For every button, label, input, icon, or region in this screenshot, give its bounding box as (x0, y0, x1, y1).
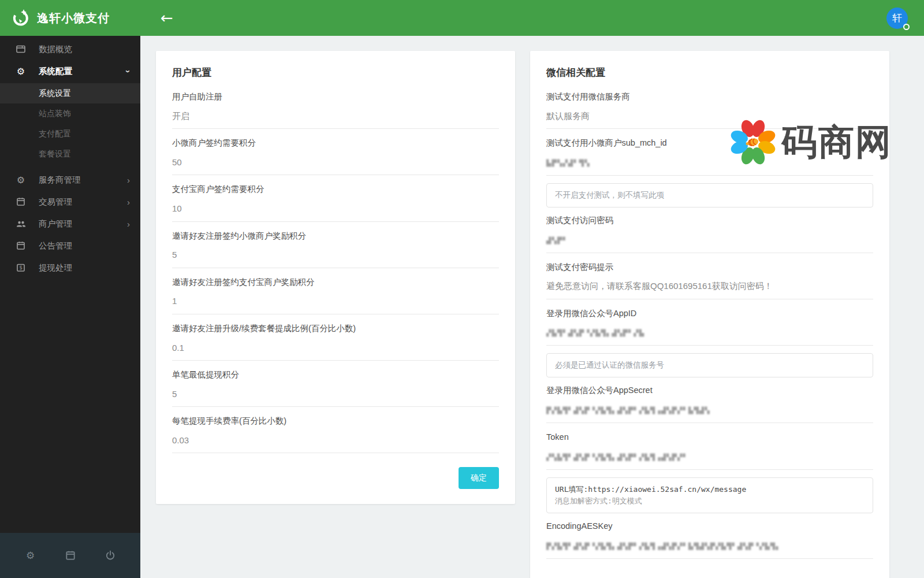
form-field-invite-alipay-reward: 邀请好友注册签约支付宝商户奖励积分 1 (172, 277, 499, 314)
main-content: 用户配置 用户自助注册 开启 小微商户签约需要积分 50 支付宝商户签约需要积分… (140, 36, 924, 578)
sidebar-item-withdrawal-processing[interactable]: $ 提现处理 (0, 257, 140, 279)
field-label: 测试支付访问密码 (546, 216, 873, 225)
form-field-token: Token ▞▚▙▜▘▟▚▛▝▞▙▜▖▟▚▛▘▞▙▜▗▟▚▛▞▘ URL填写:h… (546, 432, 873, 513)
form-field-password-hint: 测试支付密码提示 避免恶意访问，请联系客服QQ1601695161获取访问密码！ (546, 262, 873, 299)
appsecret-input[interactable]: ▛▞▙▜▘▟▚▛▝▞▙▜▖▟▚▛▘▞▙▜▗▟▚▛▞▘▙▜▟▚ (546, 405, 873, 423)
field-label: 单笔最低提现积分 (172, 370, 499, 380)
token-url-line: URL填写:https://xiaowei.52saf.cn/wx/messag… (555, 484, 865, 495)
app-header: 逸轩小微支付 ← 轩 (0, 0, 924, 36)
online-status-badge (903, 24, 910, 30)
form-field-invite-micro-reward: 邀请好友注册签约小微商户奖励积分 5 (172, 231, 499, 268)
field-label: EncodingAESKey (546, 521, 873, 531)
calendar-icon (15, 196, 27, 208)
chevron-right-icon: › (127, 219, 130, 229)
field-label: 测试支付用小微商户sub_mch_id (546, 138, 873, 148)
field-label: 测试支付密码提示 (546, 262, 873, 272)
appid-hint-input[interactable]: 必须是已通过认证的微信服务号 (546, 353, 873, 377)
alipay-sign-points-input[interactable]: 10 (172, 204, 499, 222)
sidebar-item-system-config[interactable]: ⚙ 系统配置 › (0, 60, 140, 82)
form-field-min-withdraw-points: 单笔最低提现积分 5 (172, 370, 499, 407)
token-input[interactable]: ▞▚▙▜▘▟▚▛▝▞▙▜▖▟▚▛▘▞▙▜▗▟▚▛▞▘ (546, 452, 873, 470)
sidebar-item-label: 数据概览 (39, 44, 72, 55)
dashboard-icon (15, 43, 27, 55)
password-hint-input[interactable]: 避免恶意访问，请联系客服QQ1601695161获取访问密码！ (546, 281, 873, 299)
form-field-encoding-aeskey: EncodingAESKey ▛▞▙▜▘▟▚▛▝▞▙▜▖▟▚▛▘▞▙▜▗▟▚▛▞… (546, 521, 873, 559)
redacted-value: ▙▛▚▞▟▘▜▚ (546, 160, 590, 167)
field-label: 支付宝商户签约需要积分 (172, 184, 499, 194)
field-label: 每笔提现手续费率(百分比小数) (172, 416, 499, 426)
field-label: 小微商户签约需要积分 (172, 138, 499, 148)
brand: 逸轩小微支付 (0, 8, 140, 28)
form-field-appid: 登录用微信公众号AppID ▞▙▜▘▟▚▛▝▞▙▜▖▟▚▛▘▞▙ 必须是已通过认… (546, 309, 873, 378)
invite-commission-ratio-input[interactable]: 0.1 (172, 343, 499, 361)
redacted-value: ▛▞▙▜▘▟▚▛▝▞▙▜▖▟▚▛▘▞▙▜▗▟▚▛▞▘▙▜▟▚▛▞▙▜▘▟▚▛▝▞… (546, 543, 781, 550)
submenu-label: 站点装饰 (39, 109, 71, 119)
chevron-down-icon: › (124, 70, 133, 73)
token-url-info-box: URL填写:https://xiaowei.52saf.cn/wx/messag… (546, 477, 873, 513)
test-provider-select[interactable]: 默认服务商 (546, 112, 873, 129)
field-label: 测试支付用微信服务商 (546, 92, 873, 102)
sidebar-item-label: 提现处理 (39, 262, 72, 273)
field-label: 邀请好友注册升级/续费套餐提成比例(百分比小数) (172, 324, 499, 334)
field-label: Token (546, 432, 873, 442)
appid-input[interactable]: ▞▙▜▘▟▚▛▝▞▙▜▖▟▚▛▘▞▙ (546, 328, 873, 346)
card-title: 微信相关配置 (546, 66, 873, 79)
invite-alipay-reward-input[interactable]: 1 (172, 297, 499, 314)
form-field-micro-sign-points: 小微商户签约需要积分 50 (172, 138, 499, 175)
sidebar-item-provider-management[interactable]: ⚙ 服务商管理 › (0, 169, 140, 191)
chevron-right-icon: › (127, 197, 130, 207)
card-title: 用户配置 (172, 66, 499, 79)
sidebar-item-site-decoration[interactable]: 站点装饰 (0, 103, 140, 124)
sub-mch-id-hint-input[interactable]: 不开启支付测试，则不填写此项 (546, 183, 873, 208)
sidebar-item-payment-config[interactable]: 支付配置 (0, 124, 140, 144)
sidebar-item-transaction-management[interactable]: 交易管理 › (0, 191, 140, 213)
sidebar-item-system-settings[interactable]: 系统设置 (0, 83, 140, 103)
redacted-value: ▛▞▙▜▘▟▚▛▝▞▙▜▖▟▚▛▘▞▙▜▗▟▚▛▞▘▙▜▟▚ (546, 407, 710, 414)
token-encrypt-mode-line: 消息加解密方式:明文模式 (555, 495, 865, 507)
sidebar-menu: 数据概览 ⚙ 系统配置 › 系统设置 站点装饰 支付配置 套餐设置 ⚙ 服务商管… (0, 36, 140, 533)
calendar-icon[interactable] (64, 549, 77, 562)
user-config-card: 用户配置 用户自助注册 开启 小微商户签约需要积分 50 支付宝商户签约需要积分… (156, 51, 515, 504)
invite-micro-reward-input[interactable]: 5 (172, 250, 499, 268)
user-config-confirm-button[interactable]: 确定 (459, 467, 499, 489)
form-field-appsecret: 登录用微信公众号AppSecret ▛▞▙▜▘▟▚▛▝▞▙▜▖▟▚▛▘▞▙▜▗▟… (546, 386, 873, 423)
sidebar-item-announcement-management[interactable]: 公告管理 (0, 235, 140, 257)
form-field-withdraw-fee-rate: 每笔提现手续费率(百分比小数) 0.03 (172, 416, 499, 453)
micro-sign-points-input[interactable]: 50 (172, 158, 499, 176)
sidebar-item-data-overview[interactable]: 数据概览 (0, 38, 140, 60)
sidebar: 数据概览 ⚙ 系统配置 › 系统设置 站点装饰 支付配置 套餐设置 ⚙ 服务商管… (0, 36, 140, 578)
gear-icon: ⚙ (15, 65, 27, 77)
form-field-alipay-sign-points: 支付宝商户签约需要积分 10 (172, 184, 499, 221)
form-field-self-register: 用户自助注册 开启 (172, 92, 499, 129)
form-field-sub-mch-id: 测试支付用小微商户sub_mch_id ▙▛▚▞▟▘▜▚ 不开启支付测试，则不填… (546, 138, 873, 208)
chevron-right-icon: › (127, 175, 130, 185)
sidebar-item-label: 交易管理 (39, 197, 72, 208)
form-field-test-provider: 测试支付用微信服务商 默认服务商 (546, 92, 873, 129)
sidebar-item-label: 系统配置 (39, 66, 72, 77)
back-arrow-icon[interactable]: ← (161, 10, 173, 25)
encoding-aeskey-input[interactable]: ▛▞▙▜▘▟▚▛▝▞▙▜▖▟▚▛▘▞▙▜▗▟▚▛▞▘▙▜▟▚▛▞▙▜▘▟▚▛▝▞… (546, 541, 873, 559)
form-field-invite-commission-ratio: 邀请好友注册升级/续费套餐提成比例(百分比小数) 0.1 (172, 324, 499, 361)
redacted-value: ▟▚▛▘ (546, 237, 568, 244)
sidebar-item-package-settings[interactable]: 套餐设置 (0, 144, 140, 164)
people-icon (15, 218, 27, 229)
app-title: 逸轩小微支付 (37, 10, 110, 26)
sub-mch-id-input[interactable]: ▙▛▚▞▟▘▜▚ (546, 158, 873, 176)
min-withdraw-points-input[interactable]: 5 (172, 390, 499, 407)
field-label: 邀请好友注册签约小微商户奖励积分 (172, 231, 499, 241)
settings-icon[interactable]: ⚙ (24, 549, 37, 562)
field-label: 邀请好友注册签约支付宝商户奖励积分 (172, 277, 499, 287)
app-logo-icon (10, 8, 30, 28)
svg-text:$: $ (19, 265, 23, 271)
withdraw-icon: $ (15, 262, 27, 273)
power-icon[interactable] (104, 549, 117, 562)
sidebar-bottom-bar: ⚙ (0, 533, 140, 578)
sidebar-item-label: 服务商管理 (39, 175, 81, 186)
redacted-value: ▞▚▙▜▘▟▚▛▝▞▙▜▖▟▚▛▘▞▙▜▗▟▚▛▞▘ (546, 454, 688, 461)
test-password-input[interactable]: ▟▚▛▘ (546, 235, 873, 253)
withdraw-fee-rate-input[interactable]: 0.03 (172, 436, 499, 454)
form-field-test-password: 测试支付访问密码 ▟▚▛▘ (546, 216, 873, 253)
self-register-input[interactable]: 开启 (172, 112, 499, 129)
sidebar-item-merchant-management[interactable]: 商户管理 › (0, 213, 140, 235)
sidebar-item-label: 公告管理 (39, 240, 72, 251)
